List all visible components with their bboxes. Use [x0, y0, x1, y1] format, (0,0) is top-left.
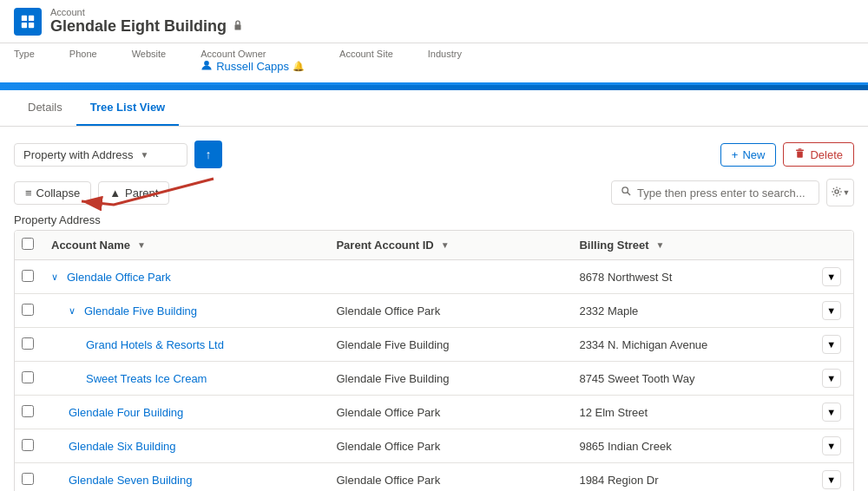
action-cell-5: ▼ [812, 429, 853, 463]
parent-button[interactable]: ▲ Parent [98, 181, 169, 205]
accounts-table: Account Name ▼ Parent Account ID ▼ Billi… [15, 231, 853, 491]
header-text: Account Glendale Eight Building [50, 7, 244, 36]
col-account-label: Account Name [51, 239, 130, 252]
row-checkbox[interactable] [22, 405, 34, 417]
row-action-button[interactable]: ▼ [822, 403, 841, 422]
action-cell-6: ▼ [812, 463, 853, 492]
svg-rect-4 [235, 24, 241, 29]
select-all-checkbox[interactable] [22, 238, 34, 250]
collapse-icon: ≡ [25, 187, 32, 200]
svg-rect-6 [798, 152, 804, 158]
row-action-button[interactable]: ▼ [822, 436, 841, 455]
row-checkbox[interactable] [22, 337, 34, 350]
svg-rect-7 [796, 150, 804, 151]
upload-button[interactable]: ↑ [194, 141, 222, 168]
search-icon [621, 186, 632, 200]
table-row: ∨Glendale Five BuildingGlendale Office P… [15, 294, 853, 328]
table-row: Glendale Seven BuildingGlendale Office P… [15, 463, 853, 492]
account-name-link[interactable]: Grand Hotels & Resorts Ltd [86, 338, 224, 351]
table-container: Account Name ▼ Parent Account ID ▼ Billi… [14, 230, 854, 491]
tab-details[interactable]: Details [14, 90, 76, 126]
account-name-cell-5: Glendale Six Building [41, 429, 326, 463]
col-parent-label: Parent Account ID [336, 239, 433, 252]
owner-icon [201, 59, 213, 74]
website-field: Website [132, 49, 167, 74]
billing-cell-5: 9865 Indian Creek [569, 429, 811, 463]
svg-rect-0 [22, 15, 27, 20]
row-checkbox[interactable] [22, 473, 34, 485]
account-name-link[interactable]: Glendale Office Park [67, 271, 171, 284]
table-body: ∨Glendale Office Park8678 Northwest St▼∨… [15, 260, 853, 492]
second-toolbar: ≡ Collapse ▲ Parent Type then pr [14, 179, 854, 206]
row-checkbox[interactable] [22, 371, 34, 383]
parent-cell-2: Glendale Five Building [326, 328, 569, 362]
account-owner-label: Account Owner [201, 49, 305, 59]
account-site-field: Account Site [339, 49, 393, 74]
th-checkbox [15, 231, 41, 260]
tab-tree-list-view[interactable]: Tree List View [76, 90, 179, 126]
lock-icon [232, 19, 244, 34]
billing-sort-icon[interactable]: ▼ [656, 240, 665, 250]
search-box[interactable]: Type then press enter to search... [611, 180, 819, 205]
action-cell-0: ▼ [812, 260, 853, 294]
billing-cell-0: 8678 Northwest St [569, 260, 811, 294]
row-checkbox[interactable] [22, 270, 34, 282]
row-action-button[interactable]: ▼ [822, 335, 841, 354]
industry-field: Industry [428, 49, 462, 74]
parent-cell-4: Glendale Office Park [326, 396, 569, 429]
toolbar-right: + New Delete [720, 142, 854, 167]
table-row: Grand Hotels & Resorts LtdGlendale Five … [15, 328, 853, 362]
new-button[interactable]: + New [720, 143, 777, 167]
svg-point-9 [622, 187, 628, 193]
row-action-button[interactable]: ▼ [822, 267, 841, 286]
account-name-link[interactable]: Sweet Treats Ice Cream [86, 372, 207, 385]
tabs-bar: Details Tree List View [0, 90, 868, 127]
row-action-button[interactable]: ▼ [822, 369, 841, 388]
trash-icon [794, 147, 806, 161]
sub-header: Type Phone Website Account Owner Russell… [0, 43, 868, 85]
toggle-icon[interactable]: ∨ [69, 305, 76, 317]
settings-button[interactable]: ▼ [826, 179, 854, 206]
chevron-settings-icon: ▼ [843, 188, 851, 197]
account-name-cell-0: ∨Glendale Office Park [41, 260, 326, 294]
billing-cell-2: 2334 N. Michigan Avenue [569, 328, 811, 362]
account-name-link[interactable]: Glendale Four Building [69, 406, 183, 419]
collapse-button[interactable]: ≡ Collapse [14, 181, 91, 205]
phone-label: Phone [69, 49, 97, 59]
row-action-button[interactable]: ▼ [822, 301, 841, 320]
action-cell-3: ▼ [812, 362, 853, 396]
account-icon [14, 8, 42, 36]
account-name-link[interactable]: Glendale Seven Building [69, 474, 192, 487]
app-header: Account Glendale Eight Building [0, 0, 868, 43]
chevron-down-icon: ▼ [140, 150, 148, 160]
account-name-cell-6: Glendale Seven Building [41, 463, 326, 492]
toolbar-left: Property with Address ▼ ↑ [14, 141, 222, 168]
row-checkbox[interactable] [22, 439, 34, 451]
toolbar-row: Property with Address ▼ ↑ + New [14, 141, 854, 168]
account-name-link[interactable]: Glendale Five Building [84, 304, 197, 318]
industry-label: Industry [428, 49, 462, 59]
parent-cell-3: Glendale Five Building [326, 362, 569, 396]
billing-cell-6: 1984 Region Dr [569, 463, 811, 492]
second-toolbar-container: ≡ Collapse ▲ Parent Type then pr [14, 179, 854, 206]
svg-rect-2 [22, 22, 27, 27]
owner-notify-icon: 🔔 [293, 61, 305, 72]
collapse-label: Collapse [36, 187, 81, 200]
dropdown-select[interactable]: Property with Address ▼ [14, 143, 187, 167]
row-checkbox[interactable] [22, 304, 34, 316]
second-toolbar-right: Type then press enter to search... ▼ [611, 179, 854, 206]
action-cell-2: ▼ [812, 328, 853, 362]
row-action-button[interactable]: ▼ [822, 470, 841, 489]
delete-button[interactable]: Delete [783, 142, 854, 167]
website-label: Website [132, 49, 167, 59]
account-name-link[interactable]: Glendale Six Building [69, 440, 176, 453]
dropdown-label: Property with Address [23, 148, 133, 161]
table-header-row: Account Name ▼ Parent Account ID ▼ Billi… [15, 231, 853, 260]
account-sort-icon[interactable]: ▼ [137, 240, 146, 250]
type-label: Type [14, 49, 35, 59]
svg-rect-8 [799, 148, 802, 149]
parent-sort-icon[interactable]: ▼ [441, 240, 450, 250]
parent-cell-5: Glendale Office Park [326, 429, 569, 463]
account-owner-value[interactable]: Russell Capps [216, 60, 289, 73]
toggle-icon[interactable]: ∨ [51, 272, 58, 283]
